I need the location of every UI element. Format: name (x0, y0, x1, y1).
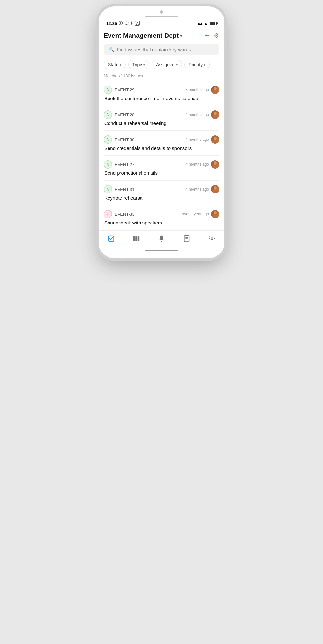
matches-count: Matches 1130 issues (104, 73, 219, 78)
issue-right: 4 months ago (185, 135, 219, 144)
issue-right: over 1 year ago (182, 210, 219, 218)
priority-filter-label: Priority (189, 62, 203, 67)
issue-title: Soundcheck with speakers (104, 220, 219, 225)
issue-title: Keynote rehearsal (104, 195, 219, 201)
type-filter-label: Type (132, 62, 142, 67)
settings-button[interactable]: ⚙ (214, 32, 219, 39)
assignee-filter-label: Assignee (156, 62, 175, 67)
state-chevron-icon: ▾ (120, 63, 121, 67)
issue-left: N EVENT-27 (104, 160, 134, 169)
search-bar[interactable]: 🔍 (104, 44, 219, 55)
dynamic-island (145, 16, 178, 17)
issue-time: 4 months ago (185, 137, 209, 142)
issue-left: N EVENT-30 (104, 135, 134, 144)
front-camera (160, 10, 163, 14)
status-badge: C (104, 210, 112, 218)
download-icon: ⬇ (130, 21, 133, 26)
status-time: 12:35 (106, 21, 117, 26)
signal-icon: ▲ (204, 21, 208, 26)
issue-id: EVENT-29 (115, 88, 134, 92)
status-badge: N (104, 86, 112, 94)
issue-list: N EVENT-29 3 months ago Book the confere… (104, 81, 219, 230)
add-button[interactable]: + (205, 31, 209, 40)
nav-settings[interactable] (205, 234, 219, 245)
svg-rect-2 (135, 236, 137, 241)
nav-notifications[interactable] (155, 234, 168, 245)
issue-id: EVENT-31 (115, 187, 134, 192)
state-filter-label: State (108, 62, 119, 67)
header-actions: + ⚙ (205, 31, 219, 40)
nav-board[interactable] (130, 234, 143, 245)
issue-time: 4 months ago (185, 112, 209, 117)
issue-right: 4 months ago (185, 110, 219, 119)
phone-container: 12:35 ⓘ 🛡 ⬇ A ▴▴ ▲ Event Management Dept… (99, 6, 224, 258)
assignee-chevron-icon: ▾ (176, 63, 178, 67)
search-input[interactable] (117, 47, 215, 52)
issue-item[interactable]: C EVENT-33 over 1 year ago Soundcheck wi… (104, 205, 219, 230)
bottom-nav (99, 230, 224, 248)
issue-item[interactable]: N EVENT-30 4 months ago Send credentials… (104, 131, 219, 156)
issue-right: 4 months ago (185, 160, 219, 169)
issue-title: Book the conference time in events calen… (104, 96, 219, 101)
home-indicator (145, 250, 178, 251)
info-icon: ⓘ (119, 20, 123, 26)
avatar (211, 86, 219, 94)
issue-item[interactable]: N EVENT-29 3 months ago Book the confere… (104, 81, 219, 106)
avatar (211, 210, 219, 218)
board-icon (133, 235, 140, 244)
issue-item[interactable]: N EVENT-28 4 months ago Conduct a rehear… (104, 106, 219, 131)
status-badge: N (104, 110, 112, 119)
svg-rect-3 (138, 236, 140, 241)
status-right: ▴▴ ▲ (198, 21, 217, 26)
workspace-title[interactable]: Event Management Dept ▾ (104, 32, 182, 39)
issue-left: N EVENT-31 (104, 185, 134, 193)
issue-left: N EVENT-29 (104, 86, 134, 94)
workspace-chevron-icon: ▾ (180, 33, 182, 38)
battery-icon (210, 22, 217, 25)
issue-top-row: N EVENT-31 4 months ago (104, 185, 219, 193)
nav-tasks[interactable] (104, 234, 118, 245)
priority-chevron-icon: ▾ (204, 63, 205, 67)
state-filter[interactable]: State ▾ (104, 60, 126, 69)
issue-top-row: N EVENT-30 4 months ago (104, 135, 219, 144)
issue-top-row: N EVENT-28 4 months ago (104, 110, 219, 119)
notes-icon (183, 235, 190, 244)
svg-rect-1 (133, 236, 135, 241)
avatar (211, 185, 219, 193)
avatar (211, 110, 219, 119)
nav-notes[interactable] (180, 234, 193, 245)
settings-nav-icon (208, 235, 215, 244)
issue-id: EVENT-30 (115, 137, 134, 142)
issue-top-row: C EVENT-33 over 1 year ago (104, 210, 219, 218)
issue-time: over 1 year ago (182, 212, 209, 216)
shield-icon: 🛡 (124, 21, 129, 26)
status-left: 12:35 ⓘ 🛡 ⬇ A (106, 20, 140, 26)
wifi-icon: ▴▴ (198, 21, 202, 26)
issue-right: 4 months ago (185, 185, 219, 193)
issue-item[interactable]: N EVENT-31 4 months ago Keynote rehearsa… (104, 181, 219, 205)
issue-item[interactable]: N EVENT-27 4 months ago Send promotional… (104, 156, 219, 181)
issue-title: Send promotional emails (104, 170, 219, 176)
status-badge: N (104, 135, 112, 144)
priority-filter[interactable]: Priority ▾ (184, 60, 210, 69)
avatar (211, 160, 219, 169)
issue-title: Conduct a rehearsal meeting (104, 120, 219, 126)
assignee-filter[interactable]: Assignee ▾ (152, 60, 182, 69)
notch-area (99, 6, 224, 18)
filter-row: State ▾ Type ▾ Assignee ▾ Priority ▾ (104, 60, 219, 69)
issue-title: Send credentials and details to sponsors (104, 145, 219, 151)
app-content: Event Management Dept ▾ + ⚙ 🔍 State ▾ Ty… (99, 27, 224, 230)
issue-right: 3 months ago (185, 86, 219, 94)
type-filter[interactable]: Type ▾ (128, 60, 149, 69)
tasks-icon (108, 235, 115, 244)
bell-icon (158, 235, 165, 244)
status-badge: N (104, 160, 112, 169)
type-chevron-icon: ▾ (143, 63, 145, 67)
header-row: Event Management Dept ▾ + ⚙ (104, 27, 219, 44)
svg-point-8 (211, 238, 213, 240)
issue-id: EVENT-33 (115, 212, 134, 217)
avatar (211, 135, 219, 144)
issue-left: N EVENT-28 (104, 110, 134, 119)
bottom-pill (99, 248, 224, 254)
issue-id: EVENT-27 (115, 162, 134, 167)
